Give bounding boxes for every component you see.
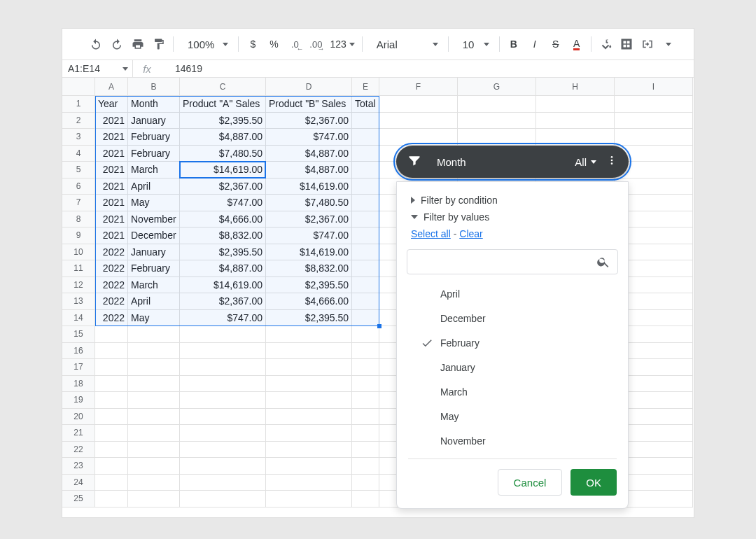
row-header[interactable]: 16 xyxy=(62,343,95,360)
ok-button[interactable]: OK xyxy=(570,469,617,496)
cell[interactable]: $8,832.00 xyxy=(180,227,266,244)
paint-format-button[interactable] xyxy=(149,34,169,54)
strikethrough-button[interactable]: S xyxy=(546,34,566,54)
cell[interactable] xyxy=(615,96,693,113)
borders-button[interactable] xyxy=(617,34,636,54)
merge-cells-button[interactable] xyxy=(638,34,657,54)
clear-link[interactable]: Clear xyxy=(459,228,482,239)
filter-search-box[interactable] xyxy=(407,249,618,274)
column-header[interactable]: F xyxy=(379,78,458,96)
redo-button[interactable] xyxy=(107,34,127,54)
row-header[interactable]: 25 xyxy=(62,491,95,507)
cell[interactable] xyxy=(180,491,266,507)
filter-more-icon[interactable] xyxy=(606,155,617,169)
cell[interactable]: 2021 xyxy=(95,195,128,211)
cell[interactable] xyxy=(266,475,352,491)
filter-value-item[interactable]: April xyxy=(405,281,620,306)
row-header[interactable]: 6 xyxy=(62,178,95,195)
cell[interactable] xyxy=(266,425,352,442)
cell[interactable] xyxy=(352,293,379,310)
cell[interactable] xyxy=(352,211,379,228)
column-header[interactable]: D xyxy=(266,78,352,96)
cell[interactable]: November xyxy=(128,211,180,228)
decrease-decimal-button[interactable]: .0← xyxy=(285,34,304,54)
cell[interactable] xyxy=(458,129,536,146)
row-header[interactable]: 19 xyxy=(62,392,95,409)
row-header[interactable]: 7 xyxy=(62,195,95,211)
cell[interactable]: May xyxy=(128,310,180,327)
cell[interactable]: Product "B" Sales xyxy=(266,96,352,113)
row-header[interactable]: 2 xyxy=(62,113,95,130)
row-header[interactable]: 15 xyxy=(62,326,95,343)
cell[interactable]: 2022 xyxy=(95,293,128,310)
zoom-dropdown[interactable]: 100% xyxy=(178,38,234,50)
cell[interactable] xyxy=(266,491,352,507)
cell[interactable] xyxy=(458,96,536,113)
filter-search-input[interactable] xyxy=(414,256,596,267)
filter-value-item[interactable]: February xyxy=(405,330,620,355)
cell[interactable]: $747.00 xyxy=(180,310,266,327)
cell[interactable] xyxy=(352,376,379,393)
cell[interactable]: March xyxy=(128,277,180,294)
row-header[interactable]: 5 xyxy=(62,162,95,178)
cell[interactable]: $2,367.00 xyxy=(266,113,352,130)
cell[interactable] xyxy=(266,458,352,475)
cell[interactable] xyxy=(128,376,180,393)
column-header[interactable]: A xyxy=(95,78,128,96)
undo-button[interactable] xyxy=(86,34,106,54)
cell[interactable] xyxy=(379,129,458,146)
cell[interactable] xyxy=(95,376,128,393)
cell[interactable] xyxy=(95,343,128,360)
print-button[interactable] xyxy=(128,34,148,54)
cell[interactable] xyxy=(352,491,379,507)
text-color-button[interactable]: A xyxy=(567,34,587,54)
cell[interactable]: 2021 xyxy=(95,113,128,130)
cell[interactable] xyxy=(180,458,266,475)
cell[interactable] xyxy=(266,376,352,393)
cell[interactable] xyxy=(180,392,266,409)
row-header[interactable]: 8 xyxy=(62,211,95,228)
cell[interactable]: 2022 xyxy=(95,244,128,261)
cell[interactable] xyxy=(379,96,458,113)
cell[interactable] xyxy=(615,113,693,130)
cell[interactable]: $2,395.50 xyxy=(266,277,352,294)
cell[interactable] xyxy=(352,392,379,409)
cell[interactable] xyxy=(352,162,379,178)
filter-value-item[interactable]: March xyxy=(405,379,620,404)
column-header[interactable]: E xyxy=(352,78,379,96)
cell[interactable] xyxy=(266,359,352,376)
row-header[interactable]: 10 xyxy=(62,244,95,261)
row-header[interactable]: 11 xyxy=(62,260,95,277)
cell[interactable]: Month xyxy=(128,96,180,113)
filter-by-values-toggle[interactable]: Filter by values xyxy=(397,209,628,225)
cell[interactable]: $4,887.00 xyxy=(266,146,352,162)
cell[interactable] xyxy=(458,113,536,130)
cell[interactable]: 2021 xyxy=(95,146,128,162)
cell[interactable] xyxy=(536,113,615,130)
cell[interactable] xyxy=(352,227,379,244)
name-box[interactable]: A1:E14 xyxy=(62,63,132,74)
cell[interactable] xyxy=(128,425,180,442)
cell[interactable] xyxy=(180,425,266,442)
cell[interactable]: 2021 xyxy=(95,162,128,178)
cell[interactable] xyxy=(95,475,128,491)
cell[interactable] xyxy=(180,442,266,458)
cell[interactable]: 2021 xyxy=(95,178,128,195)
filter-value-item[interactable]: May xyxy=(405,404,620,428)
cell[interactable]: $14,619.00 xyxy=(266,244,352,261)
cell[interactable] xyxy=(180,359,266,376)
cell[interactable]: $4,666.00 xyxy=(180,211,266,228)
row-header[interactable]: 13 xyxy=(62,293,95,310)
cell[interactable] xyxy=(352,146,379,162)
cell[interactable] xyxy=(95,491,128,507)
cell[interactable] xyxy=(352,113,379,130)
filter-by-condition-toggle[interactable]: Filter by condition xyxy=(397,192,628,209)
cell[interactable] xyxy=(266,326,352,343)
cell[interactable]: $2,395.50 xyxy=(266,310,352,327)
cancel-button[interactable]: Cancel xyxy=(498,469,563,496)
cell[interactable] xyxy=(95,326,128,343)
column-header[interactable]: C xyxy=(180,78,266,96)
cell[interactable] xyxy=(352,359,379,376)
cell[interactable] xyxy=(352,310,379,327)
cell[interactable]: March xyxy=(128,162,180,178)
